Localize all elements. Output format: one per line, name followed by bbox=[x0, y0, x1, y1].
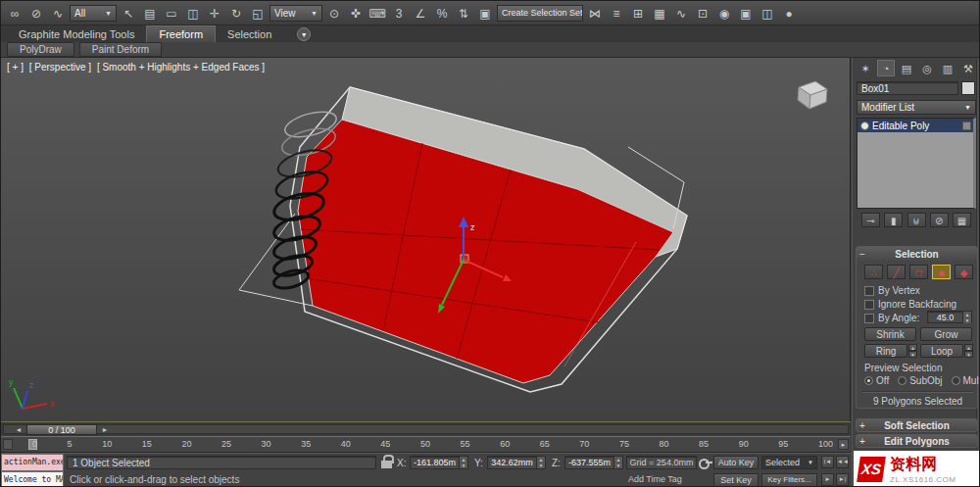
viewport-menu-view[interactable]: [ Perspective ] bbox=[29, 62, 91, 73]
loop-button[interactable]: Loop bbox=[920, 344, 963, 358]
add-time-tag[interactable]: Add Time Tag bbox=[628, 474, 682, 484]
selection-filter-dropdown[interactable]: All ▼ bbox=[70, 5, 117, 22]
y-coord-field[interactable]: 342.62mm ▲▼ bbox=[487, 456, 546, 469]
hierarchy-tab-icon[interactable]: ▤ bbox=[898, 60, 915, 76]
stack-row-pin[interactable] bbox=[962, 122, 971, 130]
select-and-rotate-icon[interactable]: ↻ bbox=[226, 4, 246, 23]
track-bar[interactable]: 0510152025303540455055606570758085909510… bbox=[1, 437, 851, 453]
bind-to-spacewarp-icon[interactable]: ∿ bbox=[48, 4, 68, 23]
by-angle-checkbox[interactable] bbox=[864, 314, 874, 323]
ignore-backfacing-checkbox[interactable] bbox=[864, 300, 874, 310]
render-production-icon[interactable]: ● bbox=[779, 4, 799, 23]
trackbar-next-button[interactable]: ► bbox=[838, 439, 849, 450]
next-frame-arrow[interactable]: ► bbox=[100, 425, 110, 435]
grow-button[interactable]: Grow bbox=[920, 327, 972, 341]
x-coord-field[interactable]: -161.805m ▲▼ bbox=[410, 456, 468, 469]
by-angle-field[interactable]: 45.0 ▲▼ bbox=[927, 311, 972, 323]
set-key-icon[interactable] bbox=[699, 459, 712, 467]
box-object[interactable] bbox=[798, 81, 827, 109]
remove-modifier-icon[interactable]: ⊘ bbox=[930, 213, 949, 227]
y-spinner[interactable]: ▲▼ bbox=[536, 457, 545, 468]
radio-icon[interactable] bbox=[952, 376, 960, 385]
select-and-manipulate-icon[interactable]: ✜ bbox=[346, 4, 366, 23]
tab-graphite-modeling-tools[interactable]: Graphite Modeling Tools bbox=[7, 26, 146, 42]
modifier-stack[interactable]: Editable Poly bbox=[857, 118, 976, 209]
object-color-swatch[interactable] bbox=[961, 81, 975, 95]
select-by-name-icon[interactable]: ▤ bbox=[140, 4, 160, 23]
display-tab-icon[interactable]: ▥ bbox=[939, 60, 956, 76]
previous-key-button[interactable]: ◄◄ bbox=[836, 456, 849, 468]
border-mode-icon[interactable]: □ bbox=[909, 265, 928, 279]
time-slider-track[interactable] bbox=[3, 424, 849, 434]
preview-option[interactable]: Off bbox=[864, 375, 889, 386]
viewport-menu-shading[interactable]: [ Smooth + Highlights + Edged Faces ] bbox=[97, 62, 265, 73]
angle-snap-icon[interactable]: ∠ bbox=[411, 4, 430, 23]
polygon-mode-icon[interactable]: ■ bbox=[932, 265, 951, 279]
time-slider-handle[interactable]: 0 / 100 bbox=[26, 424, 97, 435]
named-selection-set-dropdown[interactable]: Create Selection Set ▼ bbox=[497, 5, 583, 22]
pin-stack-icon[interactable]: ⊸ bbox=[861, 213, 880, 227]
macro-recorder-line[interactable]: actionMan.exec bbox=[1, 454, 64, 471]
create-tab-icon[interactable]: ✶ bbox=[857, 60, 874, 76]
motion-tab-icon[interactable]: ◎ bbox=[918, 60, 936, 76]
selection-lock-icon[interactable] bbox=[381, 459, 393, 468]
mirror-icon[interactable]: ⋈ bbox=[585, 4, 605, 23]
graphite-toggle-icon[interactable]: ▦ bbox=[650, 4, 669, 23]
tab-freeform[interactable]: Freeform bbox=[146, 25, 216, 42]
keyboard-override-icon[interactable]: ⌨ bbox=[368, 4, 387, 23]
lightbulb-icon[interactable] bbox=[860, 122, 869, 130]
x-spinner[interactable]: ▲▼ bbox=[459, 457, 467, 468]
by-vertex-checkbox[interactable] bbox=[864, 286, 874, 296]
utilities-tab-icon[interactable]: ⚒ bbox=[959, 60, 977, 76]
selection-rollout-header[interactable]: − Selection bbox=[857, 247, 977, 261]
edit-named-sets-icon[interactable]: ▣ bbox=[475, 4, 495, 23]
viewport-canvas[interactable]: z x y z bbox=[1, 58, 851, 421]
element-mode-icon[interactable]: ◆ bbox=[955, 265, 973, 279]
z-coord-field[interactable]: -637.555m ▲▼ bbox=[564, 456, 623, 469]
unlink-selection-icon[interactable]: ⊘ bbox=[26, 4, 46, 23]
key-selection-dropdown[interactable]: Selected ▼ bbox=[761, 456, 817, 469]
curve-editor-icon[interactable]: ∿ bbox=[671, 4, 691, 23]
ring-spinner[interactable]: ▲▼ bbox=[908, 344, 917, 358]
soft-selection-rollout[interactable]: + Soft Selection bbox=[856, 418, 978, 432]
modifier-stack-row[interactable]: Editable Poly bbox=[858, 119, 973, 132]
viewport-menu-plus[interactable]: [ + ] bbox=[7, 62, 24, 73]
by-angle-spinner[interactable]: ▲▼ bbox=[962, 312, 971, 323]
select-and-scale-icon[interactable]: ◱ bbox=[248, 4, 268, 23]
perspective-viewport[interactable]: [ + ] [ Perspective ] [ Smooth + Highlig… bbox=[1, 58, 851, 421]
ribbon-minimize-button[interactable]: ▼ bbox=[297, 27, 311, 41]
rectangular-selection-icon[interactable]: ▭ bbox=[162, 4, 181, 23]
align-icon[interactable]: ≡ bbox=[607, 4, 626, 23]
modifier-list-dropdown[interactable]: Modifier List ▼ bbox=[857, 100, 976, 115]
goto-start-button[interactable]: |◄ bbox=[821, 456, 834, 468]
percent-snap-icon[interactable]: % bbox=[432, 4, 452, 23]
shrink-button[interactable]: Shrink bbox=[864, 327, 916, 341]
ring-button[interactable]: Ring bbox=[864, 344, 907, 358]
next-key-button[interactable]: ►| bbox=[836, 473, 849, 486]
rendered-frame-icon[interactable]: ◫ bbox=[758, 4, 777, 23]
previous-frame-arrow[interactable]: ◄ bbox=[14, 425, 24, 435]
show-end-result-icon[interactable]: ▮ bbox=[884, 213, 903, 227]
edit-polygons-rollout[interactable]: + Edit Polygons bbox=[856, 434, 978, 448]
select-and-link-icon[interactable]: ∞ bbox=[5, 4, 24, 23]
radio-icon[interactable] bbox=[864, 376, 873, 385]
paint-deform-panel-button[interactable]: Paint Deform bbox=[79, 42, 162, 57]
modify-tab-icon[interactable]: ◔ bbox=[877, 60, 895, 76]
preview-option[interactable]: SubObj bbox=[898, 375, 942, 386]
radio-icon[interactable] bbox=[898, 376, 906, 385]
z-spinner[interactable]: ▲▼ bbox=[613, 457, 622, 468]
window-crossing-icon[interactable]: ◫ bbox=[183, 4, 203, 23]
use-pivot-center-icon[interactable]: ⊙ bbox=[324, 4, 344, 23]
set-key-button[interactable]: Set Key bbox=[713, 473, 759, 487]
material-editor-icon[interactable]: ◉ bbox=[714, 4, 734, 23]
preview-option[interactable]: Multi bbox=[952, 375, 980, 386]
auto-key-button[interactable]: Auto Key bbox=[713, 456, 759, 469]
snaps-toggle-icon[interactable]: 3 bbox=[389, 4, 409, 23]
select-and-move-icon[interactable]: ✛ bbox=[205, 4, 224, 23]
polydraw-panel-button[interactable]: PolyDraw bbox=[7, 42, 74, 57]
select-object-icon[interactable]: ↖ bbox=[119, 4, 138, 23]
maxscript-listener-line[interactable]: Welcome to MAX! bbox=[1, 471, 64, 487]
layer-manager-icon[interactable]: ⊞ bbox=[628, 4, 648, 23]
reference-coordsys-dropdown[interactable]: View ▼ bbox=[270, 5, 322, 22]
key-filters-button[interactable]: Key Filters... bbox=[761, 473, 817, 487]
